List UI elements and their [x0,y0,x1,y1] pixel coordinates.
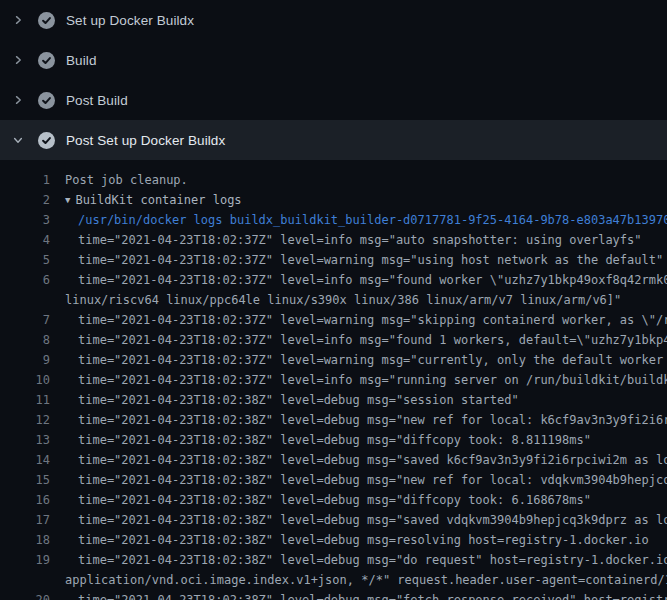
log-text: time="2021-04-23T18:02:38Z" level=debug … [78,590,667,600]
line-number[interactable]: 16 [0,490,50,510]
line-number[interactable]: 10 [0,370,50,390]
line-number [0,290,50,310]
log-row: 9time="2021-04-23T18:02:37Z" level=warni… [0,350,667,370]
chevron-right-icon [10,52,26,68]
step-header-post-set-up-docker-buildx[interactable]: Post Set up Docker Buildx [0,120,667,160]
log-text: Post job cleanup. [65,170,188,190]
log-row: application/vnd.oci.image.index.v1+json,… [0,570,667,590]
log-text: time="2021-04-23T18:02:37Z" level=warnin… [78,310,667,330]
log-row: 7time="2021-04-23T18:02:37Z" level=warni… [0,310,667,330]
steps-list: Set up Docker Buildx Build Post Build Po… [0,0,667,160]
line-number[interactable]: 8 [0,330,50,350]
check-circle-icon [38,92,55,109]
log-text: time="2021-04-23T18:02:37Z" level=info m… [78,370,667,390]
check-circle-icon [38,132,55,149]
command-text: /usr/bin/docker logs buildx_buildkit_bui… [78,210,667,230]
line-number[interactable]: 14 [0,450,50,470]
log-text: time="2021-04-23T18:02:38Z" level=debug … [78,410,667,430]
log-row: 17time="2021-04-23T18:02:38Z" level=debu… [0,510,667,530]
log-text: time="2021-04-23T18:02:37Z" level=warnin… [78,350,667,370]
chevron-right-icon [10,92,26,108]
log-row: 2▼BuildKit container logs [0,190,667,210]
log-row: 15time="2021-04-23T18:02:38Z" level=debu… [0,470,667,490]
step-label: Set up Docker Buildx [66,13,194,28]
line-number[interactable]: 4 [0,230,50,250]
log-row: 16time="2021-04-23T18:02:38Z" level=debu… [0,490,667,510]
step-header-set-up-docker-buildx[interactable]: Set up Docker Buildx [0,0,667,40]
step-header-build[interactable]: Build [0,40,667,80]
log-text: time="2021-04-23T18:02:38Z" level=debug … [78,390,519,410]
log-row: 6time="2021-04-23T18:02:37Z" level=info … [0,270,667,290]
log-text: time="2021-04-23T18:02:37Z" level=info m… [78,330,667,350]
line-number [0,570,50,590]
log-row: 4time="2021-04-23T18:02:37Z" level=info … [0,230,667,250]
line-number[interactable]: 19 [0,550,50,570]
log-row: 20time="2021-04-23T18:02:38Z" level=debu… [0,590,667,600]
actions-log-viewer: Set up Docker Buildx Build Post Build Po… [0,0,667,600]
step-label: Post Set up Docker Buildx [66,133,225,148]
log-text: time="2021-04-23T18:02:38Z" level=debug … [78,550,667,570]
log-text: time="2021-04-23T18:02:38Z" level=debug … [78,450,667,470]
log-text: time="2021-04-23T18:02:38Z" level=debug … [78,470,667,490]
log-row: 19time="2021-04-23T18:02:38Z" level=debu… [0,550,667,570]
line-number[interactable]: 5 [0,250,50,270]
log-text: time="2021-04-23T18:02:38Z" level=debug … [78,530,649,550]
log-row: linux/riscv64 linux/ppc64le linux/s390x … [0,290,667,310]
log-text: linux/riscv64 linux/ppc64le linux/s390x … [65,290,621,310]
log-group-toggle[interactable]: ▼BuildKit container logs [65,190,242,210]
chevron-down-icon [10,132,26,148]
log-row: 18time="2021-04-23T18:02:38Z" level=debu… [0,530,667,550]
log-row: 14time="2021-04-23T18:02:38Z" level=debu… [0,450,667,470]
line-number[interactable]: 17 [0,510,50,530]
chevron-right-icon [10,12,26,28]
line-number[interactable]: 9 [0,350,50,370]
log-row: 13time="2021-04-23T18:02:38Z" level=debu… [0,430,667,450]
log-row: 10time="2021-04-23T18:02:37Z" level=info… [0,370,667,390]
line-number[interactable]: 20 [0,590,50,600]
log-row: 11time="2021-04-23T18:02:38Z" level=debu… [0,390,667,410]
line-number[interactable]: 3 [0,210,50,230]
log-text: time="2021-04-23T18:02:37Z" level=warnin… [78,250,663,270]
log-row: 5time="2021-04-23T18:02:37Z" level=warni… [0,250,667,270]
line-number[interactable]: 12 [0,410,50,430]
log-text: time="2021-04-23T18:02:38Z" level=debug … [78,430,591,450]
log-text: application/vnd.oci.image.index.v1+json,… [65,570,667,590]
log-text: time="2021-04-23T18:02:37Z" level=info m… [78,230,642,250]
step-label: Build [66,53,97,68]
line-number[interactable]: 15 [0,470,50,490]
group-title: BuildKit container logs [75,193,241,207]
log-text: time="2021-04-23T18:02:38Z" level=debug … [78,510,667,530]
log-row: 3/usr/bin/docker logs buildx_buildkit_bu… [0,210,667,230]
check-circle-icon [38,12,55,29]
log-area: 1Post job cleanup.2▼BuildKit container l… [0,160,667,600]
log-text: time="2021-04-23T18:02:37Z" level=info m… [78,270,667,290]
log-row: 12time="2021-04-23T18:02:38Z" level=debu… [0,410,667,430]
line-number[interactable]: 2 [0,190,50,210]
triangle-down-icon: ▼ [65,190,70,210]
log-row: 8time="2021-04-23T18:02:37Z" level=info … [0,330,667,350]
line-number[interactable]: 1 [0,170,50,190]
log-row: 1Post job cleanup. [0,170,667,190]
check-circle-icon [38,52,55,69]
line-number[interactable]: 7 [0,310,50,330]
line-number[interactable]: 13 [0,430,50,450]
step-label: Post Build [66,93,128,108]
line-number[interactable]: 6 [0,270,50,290]
step-header-post-build[interactable]: Post Build [0,80,667,120]
log-text: time="2021-04-23T18:02:38Z" level=debug … [78,490,591,510]
line-number[interactable]: 11 [0,390,50,410]
line-number[interactable]: 18 [0,530,50,550]
